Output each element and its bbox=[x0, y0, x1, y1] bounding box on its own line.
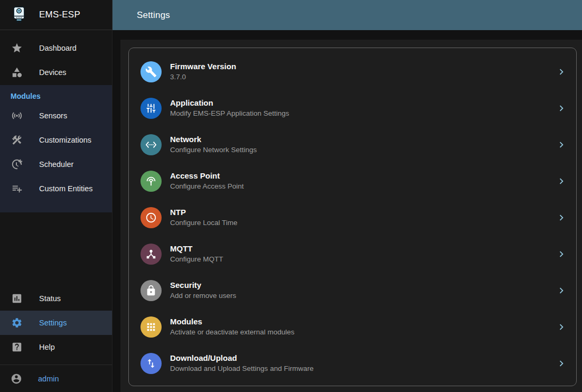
tune-icon bbox=[140, 98, 162, 119]
sidebar-item-dashboard[interactable]: Dashboard bbox=[0, 36, 112, 60]
row-subtitle: Configure Local Time bbox=[170, 219, 238, 227]
row-title: Modules bbox=[170, 317, 295, 327]
gear-icon bbox=[11, 316, 23, 329]
sidebar-item-label: Dashboard bbox=[39, 44, 77, 52]
row-subtitle: Add or remove users bbox=[170, 292, 236, 300]
sidebar-item-custom-entities[interactable]: Custom Entities bbox=[0, 176, 112, 201]
sidebar-modules-section: Modules Sensors Customizations Scheduler… bbox=[0, 85, 112, 212]
app-header: EMS-ESP bbox=[0, 0, 112, 30]
settings-row-security[interactable]: Security Add or remove users bbox=[129, 272, 576, 309]
row-title: Application bbox=[170, 98, 289, 108]
chevron-right-icon bbox=[555, 211, 568, 224]
row-title: Network bbox=[170, 135, 257, 145]
lock-icon bbox=[140, 280, 162, 301]
page-title: Settings bbox=[137, 10, 170, 21]
row-subtitle: Configure Access Point bbox=[170, 182, 244, 191]
chevron-right-icon bbox=[555, 357, 568, 370]
sidebar-item-label: Settings bbox=[39, 319, 67, 327]
app-title: EMS-ESP bbox=[39, 10, 80, 20]
top-app-bar: Settings bbox=[112, 0, 582, 30]
modules-section-header: Modules bbox=[0, 85, 112, 104]
chevron-right-icon bbox=[555, 175, 568, 188]
chevron-right-icon bbox=[555, 66, 568, 78]
row-title: Security bbox=[170, 281, 236, 291]
category-icon bbox=[11, 66, 23, 79]
ethernet-icon bbox=[140, 134, 162, 155]
settings-row-network[interactable]: Network Configure Network Settings bbox=[129, 126, 576, 163]
sidebar-item-customizations[interactable]: Customizations bbox=[0, 128, 112, 152]
sensors-icon bbox=[11, 109, 23, 122]
app-logo-boiler-icon bbox=[11, 5, 27, 24]
construction-icon bbox=[11, 134, 23, 146]
sidebar-item-label: Help bbox=[39, 343, 55, 351]
sidebar-item-label: Custom Entities bbox=[39, 184, 93, 193]
settings-row-ntp[interactable]: NTP Configure Local Time bbox=[129, 199, 576, 236]
wrench-icon bbox=[140, 61, 162, 82]
settings-row-mqtt[interactable]: MQTT Configure MQTT bbox=[129, 236, 576, 272]
sidebar-item-scheduler[interactable]: Scheduler bbox=[0, 152, 112, 176]
wifi-tethering-icon bbox=[140, 171, 162, 192]
apps-icon bbox=[140, 316, 162, 338]
chevron-right-icon bbox=[555, 102, 568, 115]
settings-row-firmware-version[interactable]: Firmware Version 3.7.0 bbox=[129, 53, 576, 90]
row-subtitle: Activate or deactivate external modules bbox=[170, 328, 295, 337]
sidebar-item-label: Scheduler bbox=[39, 160, 73, 169]
sidebar-item-label: Devices bbox=[39, 68, 67, 77]
import-export-icon bbox=[140, 353, 162, 374]
sidebar-item-help[interactable]: Help bbox=[0, 335, 112, 359]
settings-row-access-point[interactable]: Access Point Configure Access Point bbox=[129, 163, 576, 199]
chevron-right-icon bbox=[555, 248, 568, 260]
row-subtitle: Configure Network Settings bbox=[170, 146, 257, 154]
sidebar-item-devices[interactable]: Devices bbox=[0, 60, 112, 85]
playlist-add-icon bbox=[11, 182, 23, 195]
more-time-icon bbox=[11, 158, 23, 171]
row-title: MQTT bbox=[170, 244, 223, 254]
row-subtitle: Configure MQTT bbox=[170, 255, 223, 264]
row-title: Firmware Version bbox=[170, 62, 236, 72]
sidebar-item-sensors[interactable]: Sensors bbox=[0, 104, 112, 128]
row-title: NTP bbox=[170, 208, 238, 218]
sidebar-item-status[interactable]: Status bbox=[0, 286, 112, 311]
sidebar-item-label: Status bbox=[39, 294, 61, 303]
chevron-right-icon bbox=[555, 321, 568, 333]
clock-icon bbox=[140, 207, 162, 228]
settings-row-application[interactable]: Application Modify EMS-ESP Application S… bbox=[129, 90, 576, 126]
row-subtitle: Modify EMS-ESP Application Settings bbox=[170, 109, 289, 118]
chevron-right-icon bbox=[555, 138, 568, 151]
help-icon bbox=[11, 341, 23, 353]
sidebar-item-label: Customizations bbox=[39, 136, 91, 144]
settings-row-modules[interactable]: Modules Activate or deactivate external … bbox=[129, 309, 576, 345]
settings-menu-list: Firmware Version 3.7.0 Application Modif… bbox=[128, 48, 577, 386]
chevron-right-icon bbox=[555, 284, 568, 297]
sidebar-item-settings[interactable]: Settings bbox=[0, 311, 112, 335]
sidebar: EMS-ESP Dashboard Devices Modules Sensor… bbox=[0, 0, 112, 392]
row-subtitle: 3.7.0 bbox=[170, 73, 236, 81]
assessment-icon bbox=[11, 292, 23, 305]
main-content: Firmware Version 3.7.0 Application Modif… bbox=[112, 30, 582, 392]
settings-row-download-upload[interactable]: Download/Upload Download and Upload Sett… bbox=[129, 345, 576, 381]
star-icon bbox=[11, 42, 23, 54]
content-paper: Firmware Version 3.7.0 Application Modif… bbox=[120, 40, 582, 392]
user-name: admin bbox=[38, 375, 59, 383]
row-subtitle: Download and Upload Settings and Firmwar… bbox=[170, 365, 314, 373]
row-title: Access Point bbox=[170, 171, 244, 181]
account-circle-icon bbox=[11, 373, 22, 385]
device-hub-icon bbox=[140, 244, 162, 265]
sidebar-item-label: Sensors bbox=[39, 111, 67, 120]
row-title: Download/Upload bbox=[170, 353, 314, 363]
sidebar-user-admin[interactable]: admin bbox=[0, 365, 112, 392]
